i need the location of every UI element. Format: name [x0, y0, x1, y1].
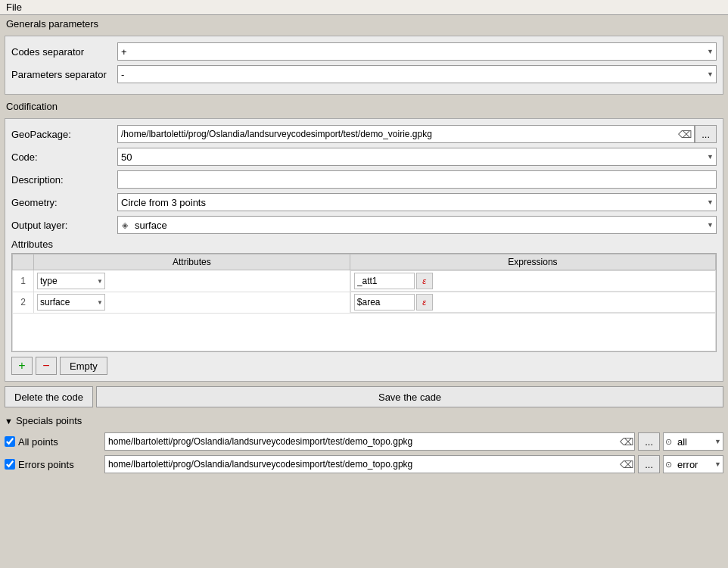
geometry-select[interactable]: Circle from 3 points Point Line Polygon [117, 193, 717, 211]
file-menu[interactable]: File [6, 2, 22, 13]
code-row: Code: 50 [11, 148, 717, 166]
row-index-2: 2 [13, 292, 34, 314]
parameters-separator-select-wrapper: - + / _ [117, 65, 717, 83]
bottom-actions: Delete the code Save the cade [5, 386, 723, 407]
specials-content: All points ⌫ ... all selected filtered E… [0, 429, 728, 481]
row-index-1: 1 [13, 270, 34, 292]
errors-points-checkbox[interactable] [5, 459, 15, 470]
attr-select-wrap-2: surface [37, 294, 105, 311]
row-expr-1: ε [350, 270, 716, 292]
all-points-label: All points [18, 436, 101, 448]
empty-button[interactable]: Empty [60, 357, 107, 375]
description-label: Description: [11, 174, 117, 186]
output-layer-select-wrapper: surface [117, 216, 717, 234]
parameters-separator-label: Parameters separator [11, 69, 117, 80]
generals-header: Generals parameters [0, 15, 728, 33]
save-code-button[interactable]: Save the cade [96, 386, 723, 407]
row-expr-2: ε [350, 292, 716, 313]
expr-button-1[interactable]: ε [416, 273, 433, 289]
attr-select-2[interactable]: surface [37, 294, 105, 311]
attributes-table: Attributes Expressions 1 type [12, 254, 716, 351]
all-points-filter-wrap: all selected filtered [663, 432, 723, 451]
table-actions: + − Empty [11, 357, 717, 375]
geometry-select-wrapper: Circle from 3 points Point Line Polygon [117, 193, 717, 211]
geopackage-input-wrap: ⌫ [117, 125, 695, 143]
output-layer-label: Output layer: [11, 220, 117, 231]
errors-points-input[interactable] [104, 455, 635, 473]
geopackage-row: GeoPackage: ⌫ ... [11, 125, 717, 143]
all-points-checkbox[interactable] [5, 436, 15, 447]
row-attr-2: surface [34, 292, 350, 314]
errors-points-browse-button[interactable]: ... [638, 455, 660, 473]
all-points-filter-select[interactable]: all selected filtered [663, 432, 723, 451]
codification-header: Codification [0, 98, 728, 115]
codes-separator-row: Codes separator + - / _ [11, 42, 717, 61]
geometry-label: Geometry: [11, 197, 117, 208]
output-layer-row: Output layer: surface [11, 216, 717, 234]
geopackage-label: GeoPackage: [11, 129, 117, 140]
codes-separator-label: Codes separator [11, 46, 117, 58]
parameters-separator-row: Parameters separator - + / _ [11, 65, 717, 83]
codes-separator-select[interactable]: + - / _ [117, 42, 717, 61]
description-row: Description: [11, 170, 717, 189]
attr-col-attributes: Attributes [34, 254, 350, 270]
errors-points-input-wrap: ⌫ [104, 455, 635, 473]
code-label: Code: [11, 151, 117, 163]
attributes-table-wrap: Attributes Expressions 1 type [11, 253, 717, 352]
row-attr-1: type [34, 270, 350, 292]
menu-bar: File [0, 0, 728, 15]
specials-title: Specials points [16, 415, 82, 426]
codification-panel: GeoPackage: ⌫ ... Code: 50 Description: … [5, 118, 723, 382]
minus-icon: − [42, 359, 49, 373]
specials-header[interactable]: ▼ Specials points [0, 412, 728, 429]
expr-input-2[interactable] [354, 294, 415, 311]
attr-col-index [13, 254, 34, 270]
attr-col-expressions: Expressions [350, 254, 715, 270]
geometry-row: Geometry: Circle from 3 points Point Lin… [11, 193, 717, 211]
parameters-separator-select[interactable]: - + / _ [117, 65, 717, 83]
attr-select-wrap-1: type [37, 273, 105, 289]
geopackage-clear-button[interactable]: ⌫ [677, 129, 693, 140]
all-points-browse-button[interactable]: ... [638, 432, 660, 451]
expr-button-2[interactable]: ε [416, 294, 433, 311]
attributes-section: Attributes Attributes Expressions 1 [11, 239, 717, 375]
all-points-input[interactable] [104, 432, 635, 451]
all-points-input-wrap: ⌫ [104, 432, 635, 451]
add-row-button[interactable]: + [11, 357, 33, 375]
errors-points-clear-button[interactable]: ⌫ [620, 459, 633, 470]
delete-code-button[interactable]: Delete the code [5, 386, 93, 407]
empty-rows [13, 314, 716, 351]
expr-input-1[interactable] [354, 273, 415, 289]
errors-points-filter-select[interactable]: error all selected [663, 455, 723, 473]
description-input[interactable] [117, 170, 717, 189]
plus-icon: + [18, 359, 25, 373]
all-points-row: All points ⌫ ... all selected filtered [5, 432, 723, 451]
errors-points-filter-wrap: error all selected [663, 455, 723, 473]
specials-section: ▼ Specials points All points ⌫ ... all s… [0, 412, 728, 481]
geopackage-input[interactable] [117, 125, 695, 143]
geopackage-browse-button[interactable]: ... [695, 125, 717, 143]
table-row: 2 surface ε [13, 292, 716, 314]
codes-separator-select-wrapper: + - / _ [117, 42, 717, 61]
attr-select-1[interactable]: type [37, 273, 105, 289]
specials-arrow-icon: ▼ [5, 417, 13, 426]
attributes-label: Attributes [11, 239, 717, 250]
generals-panel: Codes separator + - / _ Parameters separ… [5, 36, 723, 95]
errors-points-row: Errors points ⌫ ... error all selected [5, 455, 723, 473]
table-row: 1 type ε [13, 270, 716, 292]
code-select[interactable]: 50 [117, 148, 717, 166]
all-points-clear-button[interactable]: ⌫ [620, 436, 633, 448]
remove-row-button[interactable]: − [36, 357, 57, 375]
code-select-wrapper: 50 [117, 148, 717, 166]
errors-points-label: Errors points [18, 459, 101, 470]
output-layer-select[interactable]: surface [117, 216, 717, 234]
